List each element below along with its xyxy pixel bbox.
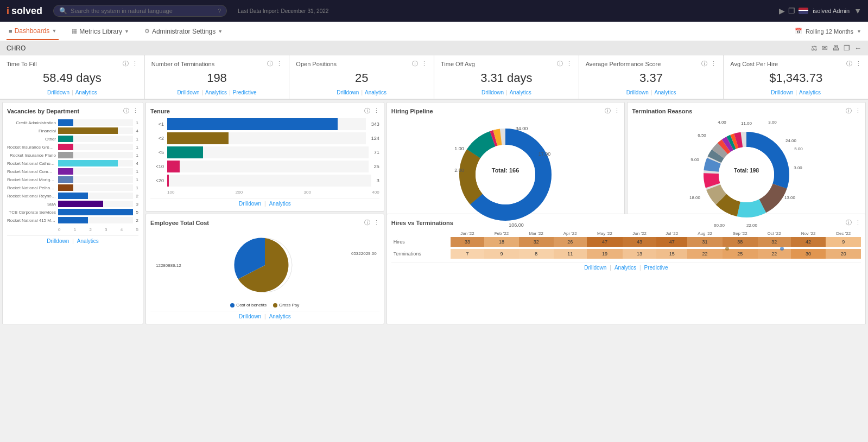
vacancies-bar-count: 1 xyxy=(136,137,138,142)
kpi-more-6[interactable]: ⋮ xyxy=(856,60,861,67)
nav-right-filter[interactable]: 📅 Rolling 12 Months ▼ xyxy=(795,28,861,35)
heatmap-table: Jan '22Feb '22Mar '22Apr '22May '22Jun '… xyxy=(391,230,861,259)
heatmap-row: Terminations798111913152225223020 xyxy=(391,249,861,259)
vacancies-drilldown[interactable]: Drilldown xyxy=(47,238,69,244)
kpi-card-terminations: Number of Terminations ⓘ ⋮ 198 Drilldown… xyxy=(145,55,290,99)
kpi-info-1[interactable]: ⓘ xyxy=(123,60,129,68)
search-input[interactable] xyxy=(71,8,212,14)
vacancies-chart: Credit Administration1Financial4Other1Ro… xyxy=(7,118,138,226)
tenure-header: Tenure ⓘ ⋮ xyxy=(150,107,379,115)
nav-item-dashboards[interactable]: ■ Dashboards ▼ xyxy=(7,23,59,40)
nav-item-admin[interactable]: ⚙ Administrator Settings ▼ xyxy=(142,23,225,40)
vacancies-bar-fill xyxy=(58,144,73,150)
tenure-drilldown[interactable]: Drilldown xyxy=(239,201,261,207)
vacancies-more-icon[interactable]: ⋮ xyxy=(132,107,138,114)
svg-text:18.00: 18.00 xyxy=(689,195,701,200)
emp-cost-info-icon[interactable]: ⓘ xyxy=(364,219,370,227)
tenure-chart: <1343<2124<571<1025<203100200300400 xyxy=(150,118,379,195)
kpi-drilldown-1[interactable]: Drilldown xyxy=(47,89,69,95)
heatmap-cell: 26 xyxy=(554,237,587,247)
chevron-down-icon[interactable]: ▼ xyxy=(854,7,861,15)
vacancies-info-icon[interactable]: ⓘ xyxy=(123,107,129,115)
kpi-predictive-2[interactable]: Predictive xyxy=(233,89,257,95)
emp-cost-analytics[interactable]: Analytics xyxy=(269,313,291,319)
vacancies-bar-count: 1 xyxy=(136,145,138,150)
filter-chro-icon[interactable]: ⚖ xyxy=(811,44,818,52)
tenure-bar-row: <203 xyxy=(150,175,379,187)
kpi-drilldown-5[interactable]: Drilldown xyxy=(626,89,649,95)
svg-text:6.50: 6.50 xyxy=(698,133,706,138)
vacancies-bar-row: TCB Corporate Services5 xyxy=(7,209,138,215)
vacancies-analytics[interactable]: Analytics xyxy=(77,238,99,244)
vacancies-bar-fill xyxy=(58,168,73,175)
svg-text:2.00: 2.00 xyxy=(455,168,465,173)
nav-item-metrics[interactable]: ▦ Metrics Library ▼ xyxy=(69,23,131,40)
emp-cost-drilldown[interactable]: Drilldown xyxy=(239,313,261,319)
kpi-info-6[interactable]: ⓘ xyxy=(846,60,852,68)
kpi-more-1[interactable]: ⋮ xyxy=(132,60,138,67)
emp-cost-chart: 12280889.12 65322029.00 xyxy=(150,230,379,300)
email-icon[interactable]: ✉ xyxy=(822,44,828,52)
tenure-bar-count: 71 xyxy=(374,150,379,155)
expand-icon[interactable]: ❐ xyxy=(844,44,850,52)
vacancies-bar-track xyxy=(58,144,133,150)
print-icon[interactable]: 🖶 xyxy=(832,44,839,52)
heatmap-month-header: Dec '22 xyxy=(826,230,861,237)
tenure-info-icon[interactable]: ⓘ xyxy=(364,107,370,115)
kpi-drilldown-2[interactable]: Drilldown xyxy=(177,89,199,95)
heatmap-cell: 19 xyxy=(587,249,623,259)
kpi-header-5: Average Performance Score ⓘ ⋮ xyxy=(586,60,717,68)
tenure-bar-label: <20 xyxy=(150,178,164,183)
svg-point-28 xyxy=(719,147,774,202)
vacancies-title: Vacancies by Department xyxy=(7,108,79,114)
heatmap-cell: 9 xyxy=(484,249,519,259)
vacancies-bar-track xyxy=(58,176,133,183)
tenure-bar-row: <1343 xyxy=(150,118,379,130)
heatmap-cell: 47 xyxy=(587,237,623,247)
video-icon[interactable]: ▶ xyxy=(779,7,785,15)
kpi-analytics-1[interactable]: Analytics xyxy=(75,89,97,95)
kpi-value-6: $1,343.73 xyxy=(730,71,861,85)
hiring-info-icon[interactable]: ⓘ xyxy=(605,107,611,115)
kpi-drilldown-4[interactable]: Drilldown xyxy=(481,89,504,95)
hires-term-predictive[interactable]: Predictive xyxy=(644,265,668,271)
kpi-info-4[interactable]: ⓘ xyxy=(557,60,563,68)
vacancies-bar-fill xyxy=(58,184,73,191)
kpi-info-2[interactable]: ⓘ xyxy=(267,60,273,68)
nav-icons: ▶ ❐ xyxy=(779,7,808,15)
kpi-more-5[interactable]: ⋮ xyxy=(711,60,717,67)
kpi-analytics-2[interactable]: Analytics xyxy=(205,89,227,95)
search-bar[interactable]: 🔍 ? xyxy=(53,5,227,17)
tenure-more-icon[interactable]: ⋮ xyxy=(373,107,379,114)
share-chro-icon[interactable]: ← xyxy=(854,44,861,52)
kpi-analytics-4[interactable]: Analytics xyxy=(510,89,531,95)
vacancies-bar-count: 2 xyxy=(136,218,138,223)
heatmap-cell: 9 xyxy=(826,237,861,247)
svg-text:34.00: 34.00 xyxy=(516,126,528,131)
kpi-info-3[interactable]: ⓘ xyxy=(412,60,418,68)
vacancies-bar-fill xyxy=(58,193,88,199)
heatmap-cell: 30 xyxy=(791,249,826,259)
hiring-more-icon[interactable]: ⋮ xyxy=(614,107,620,114)
vacancies-bar-row: Rocket National Calhoun Financial Center… xyxy=(7,160,138,166)
kpi-header-2: Number of Terminations ⓘ ⋮ xyxy=(151,60,283,68)
hires-term-drilldown[interactable]: Drilldown xyxy=(584,265,606,271)
kpi-drilldown-3[interactable]: Drilldown xyxy=(337,89,359,95)
tenure-analytics[interactable]: Analytics xyxy=(269,201,291,207)
share-icon[interactable]: ❐ xyxy=(788,7,795,15)
hires-term-analytics[interactable]: Analytics xyxy=(614,265,636,271)
vacancies-bar-track xyxy=(58,201,133,207)
emp-cost-more-icon[interactable]: ⋮ xyxy=(373,219,379,226)
kpi-more-3[interactable]: ⋮ xyxy=(421,60,427,67)
heatmap-month-header: Oct '22 xyxy=(758,230,791,237)
vacancies-bar-count: 1 xyxy=(136,153,138,158)
kpi-analytics-3[interactable]: Analytics xyxy=(365,89,387,95)
kpi-info-5[interactable]: ⓘ xyxy=(701,60,707,68)
term-more-icon[interactable]: ⋮ xyxy=(855,107,861,114)
kpi-analytics-6[interactable]: Analytics xyxy=(799,89,821,95)
kpi-more-2[interactable]: ⋮ xyxy=(276,60,282,67)
kpi-more-4[interactable]: ⋮ xyxy=(566,60,572,67)
kpi-analytics-5[interactable]: Analytics xyxy=(654,89,676,95)
term-info-icon[interactable]: ⓘ xyxy=(846,107,852,115)
kpi-drilldown-6[interactable]: Drilldown xyxy=(771,89,793,95)
